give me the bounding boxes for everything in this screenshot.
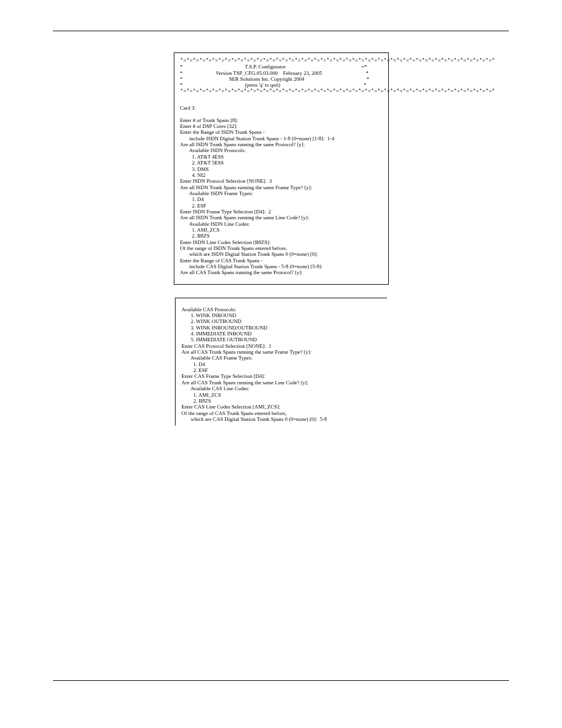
terminal-box-2: Available CAS Protocols: 1. WINK INBOUND… <box>175 298 387 426</box>
star-border-top: *=*=*=*=*=*=*=*=*=*=*=*=*=*=*=*=*=*=*=*=… <box>180 58 382 64</box>
top-rule <box>53 31 509 31</box>
banner-line-4: * (press 'q' to quit) * <box>180 82 382 88</box>
banner-line-1: * T.S.P. Configurator =* <box>180 64 382 70</box>
terminal-body-2: Available CAS Protocols: 1. WINK INBOUND… <box>181 307 381 423</box>
page: *=*=*=*=*=*=*=*=*=*=*=*=*=*=*=*=*=*=*=*=… <box>0 0 562 728</box>
bottom-rule <box>53 680 509 681</box>
terminal-body-1: Card 3: Enter # of Trunk Spans [8]: Ente… <box>180 105 382 276</box>
star-border-bottom: *=*=*=*=*=*=*=*=*=*=*=*=*=*=*=*=*=*=*=*=… <box>180 88 382 94</box>
figure-wrapper: *=*=*=*=*=*=*=*=*=*=*=*=*=*=*=*=*=*=*=*=… <box>53 52 509 426</box>
terminal-box-1: *=*=*=*=*=*=*=*=*=*=*=*=*=*=*=*=*=*=*=*=… <box>174 52 389 285</box>
banner-line-2: * Version TSP_CFG.05.03.000 February 23,… <box>180 70 382 76</box>
banner-line-3: * SER Solutions Inc. Copyright 2004 * <box>180 76 382 82</box>
